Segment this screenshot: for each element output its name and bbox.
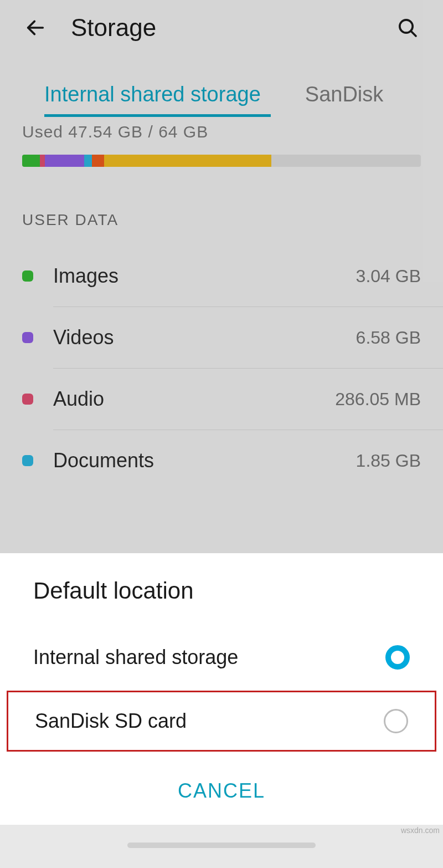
usage-text: Used 47.54 GB / 64 GB bbox=[0, 117, 443, 149]
usage-bar bbox=[22, 155, 421, 167]
page-title: Storage bbox=[71, 14, 394, 42]
nav-bar bbox=[0, 825, 443, 868]
tab-internal[interactable]: Internal shared storage bbox=[44, 75, 271, 117]
radio-selected-icon[interactable] bbox=[385, 645, 410, 670]
sheet-title: Default location bbox=[0, 578, 443, 626]
usage-segment bbox=[45, 155, 84, 167]
location-option[interactable]: Internal shared storage bbox=[0, 626, 443, 688]
storage-row[interactable]: Images3.04 GB bbox=[0, 246, 443, 307]
row-label: Images bbox=[53, 264, 356, 288]
watermark: wsxdn.com bbox=[401, 826, 440, 835]
category-dot-icon bbox=[22, 455, 33, 466]
svg-line-2 bbox=[411, 31, 416, 36]
usage-segment bbox=[40, 155, 45, 167]
location-option[interactable]: SanDisk SD card bbox=[7, 691, 436, 752]
row-label: Videos bbox=[53, 326, 356, 349]
bottom-sheet: Default location Internal shared storage… bbox=[0, 553, 443, 825]
nav-pill[interactable] bbox=[127, 843, 316, 848]
usage-segment bbox=[92, 155, 104, 167]
radio-unselected-icon[interactable] bbox=[384, 709, 408, 733]
tab-sandisk[interactable]: SanDisk bbox=[305, 75, 384, 117]
option-label: SanDisk SD card bbox=[35, 709, 384, 733]
row-label: Audio bbox=[53, 387, 335, 411]
row-value: 3.04 GB bbox=[356, 266, 421, 287]
storage-row[interactable]: Documents1.85 GB bbox=[0, 430, 443, 491]
section-header: USER DATA bbox=[0, 172, 443, 246]
category-dot-icon bbox=[22, 394, 33, 405]
tabs: Internal shared storage SanDisk bbox=[0, 75, 443, 117]
category-dot-icon bbox=[22, 270, 33, 282]
search-icon[interactable] bbox=[394, 14, 421, 41]
user-data-list: Images3.04 GBVideos6.58 GBAudio286.05 MB… bbox=[0, 246, 443, 491]
cancel-row: CANCEL bbox=[0, 754, 443, 825]
back-icon[interactable] bbox=[22, 14, 49, 41]
row-value: 286.05 MB bbox=[335, 389, 421, 410]
header: Storage bbox=[0, 0, 443, 55]
usage-segment bbox=[104, 155, 271, 167]
row-value: 1.85 GB bbox=[356, 451, 421, 471]
row-label: Documents bbox=[53, 449, 356, 472]
cancel-button[interactable]: CANCEL bbox=[178, 779, 265, 803]
option-label: Internal shared storage bbox=[33, 646, 385, 669]
storage-row[interactable]: Videos6.58 GB bbox=[0, 307, 443, 368]
usage-segment bbox=[22, 155, 40, 167]
usage-segment bbox=[84, 155, 92, 167]
storage-row[interactable]: Audio286.05 MB bbox=[0, 368, 443, 430]
row-value: 6.58 GB bbox=[356, 328, 421, 348]
category-dot-icon bbox=[22, 332, 33, 343]
